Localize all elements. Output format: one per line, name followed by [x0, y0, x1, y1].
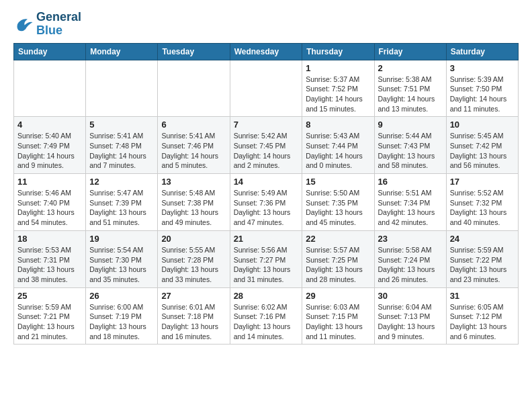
day-number: 23 [378, 234, 443, 244]
calendar-cell: 3Sunrise: 5:39 AM Sunset: 7:50 PM Daylig… [446, 60, 518, 117]
day-info: Sunrise: 5:45 AM Sunset: 7:42 PM Dayligh… [450, 131, 515, 171]
day-info: Sunrise: 5:54 AM Sunset: 7:30 PM Dayligh… [89, 245, 154, 285]
day-number: 14 [234, 177, 299, 187]
day-number: 10 [450, 120, 515, 130]
calendar-cell: 19Sunrise: 5:54 AM Sunset: 7:30 PM Dayli… [86, 230, 158, 287]
day-info: Sunrise: 5:38 AM Sunset: 7:51 PM Dayligh… [378, 75, 443, 114]
calendar-cell: 17Sunrise: 5:52 AM Sunset: 7:32 PM Dayli… [446, 174, 518, 231]
calendar-cell: 14Sunrise: 5:49 AM Sunset: 7:36 PM Dayli… [230, 174, 302, 231]
weekday-header-tuesday: Tuesday [158, 43, 230, 60]
day-info: Sunrise: 5:52 AM Sunset: 7:32 PM Dayligh… [450, 188, 515, 228]
calendar-cell [86, 60, 158, 117]
day-number: 2 [378, 63, 443, 73]
day-info: Sunrise: 6:05 AM Sunset: 7:12 PM Dayligh… [450, 302, 515, 342]
weekday-header-row: SundayMondayTuesdayWednesdayThursdayFrid… [14, 43, 519, 60]
day-info: Sunrise: 5:56 AM Sunset: 7:27 PM Dayligh… [234, 245, 299, 285]
logo: General Blue [13, 11, 81, 38]
calendar-cell: 30Sunrise: 6:04 AM Sunset: 7:13 PM Dayli… [374, 287, 446, 345]
day-info: Sunrise: 5:37 AM Sunset: 7:52 PM Dayligh… [306, 75, 370, 114]
day-number: 27 [161, 291, 226, 301]
calendar-cell: 26Sunrise: 6:00 AM Sunset: 7:19 PM Dayli… [86, 287, 158, 345]
day-info: Sunrise: 6:04 AM Sunset: 7:13 PM Dayligh… [378, 302, 443, 342]
day-info: Sunrise: 5:49 AM Sunset: 7:36 PM Dayligh… [234, 188, 299, 228]
day-info: Sunrise: 5:40 AM Sunset: 7:49 PM Dayligh… [17, 131, 82, 171]
calendar-cell: 6Sunrise: 5:41 AM Sunset: 7:46 PM Daylig… [158, 117, 230, 174]
calendar-cell: 12Sunrise: 5:47 AM Sunset: 7:39 PM Dayli… [86, 174, 158, 231]
calendar-cell: 4Sunrise: 5:40 AM Sunset: 7:49 PM Daylig… [14, 117, 86, 174]
day-number: 19 [89, 234, 154, 244]
calendar-cell: 16Sunrise: 5:51 AM Sunset: 7:34 PM Dayli… [374, 174, 446, 231]
calendar-week-2: 4Sunrise: 5:40 AM Sunset: 7:49 PM Daylig… [14, 117, 519, 174]
day-number: 26 [89, 291, 154, 301]
day-info: Sunrise: 5:44 AM Sunset: 7:43 PM Dayligh… [378, 131, 443, 171]
day-number: 17 [450, 177, 515, 187]
calendar-cell: 31Sunrise: 6:05 AM Sunset: 7:12 PM Dayli… [446, 287, 518, 345]
weekday-header-monday: Monday [86, 43, 158, 60]
day-number: 9 [378, 120, 443, 130]
day-number: 24 [450, 234, 515, 244]
day-info: Sunrise: 5:46 AM Sunset: 7:40 PM Dayligh… [17, 188, 82, 228]
day-info: Sunrise: 6:01 AM Sunset: 7:18 PM Dayligh… [161, 302, 226, 342]
day-info: Sunrise: 6:02 AM Sunset: 7:16 PM Dayligh… [234, 302, 299, 342]
calendar-cell: 29Sunrise: 6:03 AM Sunset: 7:15 PM Dayli… [302, 287, 374, 345]
calendar-week-5: 25Sunrise: 5:59 AM Sunset: 7:21 PM Dayli… [14, 287, 519, 345]
logo-icon [13, 14, 34, 34]
day-number: 16 [378, 177, 443, 187]
day-info: Sunrise: 6:00 AM Sunset: 7:19 PM Dayligh… [89, 302, 154, 342]
calendar-cell: 23Sunrise: 5:58 AM Sunset: 7:24 PM Dayli… [374, 230, 446, 287]
day-number: 7 [234, 120, 299, 130]
day-info: Sunrise: 5:53 AM Sunset: 7:31 PM Dayligh… [17, 245, 82, 285]
day-info: Sunrise: 5:42 AM Sunset: 7:45 PM Dayligh… [234, 131, 299, 171]
calendar-cell: 27Sunrise: 6:01 AM Sunset: 7:18 PM Dayli… [158, 287, 230, 345]
day-number: 6 [161, 120, 226, 130]
day-number: 4 [17, 120, 82, 130]
day-info: Sunrise: 5:43 AM Sunset: 7:44 PM Dayligh… [306, 131, 370, 171]
calendar-cell: 21Sunrise: 5:56 AM Sunset: 7:27 PM Dayli… [230, 230, 302, 287]
calendar-cell: 11Sunrise: 5:46 AM Sunset: 7:40 PM Dayli… [14, 174, 86, 231]
day-info: Sunrise: 5:59 AM Sunset: 7:22 PM Dayligh… [450, 245, 515, 285]
weekday-header-wednesday: Wednesday [230, 43, 302, 60]
day-number: 18 [17, 234, 82, 244]
calendar-cell [158, 60, 230, 117]
day-info: Sunrise: 6:03 AM Sunset: 7:15 PM Dayligh… [306, 302, 370, 342]
day-info: Sunrise: 5:58 AM Sunset: 7:24 PM Dayligh… [378, 245, 443, 285]
day-number: 3 [450, 63, 515, 73]
day-info: Sunrise: 5:55 AM Sunset: 7:28 PM Dayligh… [161, 245, 226, 285]
calendar-cell: 2Sunrise: 5:38 AM Sunset: 7:51 PM Daylig… [374, 60, 446, 117]
calendar-cell: 9Sunrise: 5:44 AM Sunset: 7:43 PM Daylig… [374, 117, 446, 174]
weekday-header-friday: Friday [374, 43, 446, 60]
weekday-header-sunday: Sunday [14, 43, 86, 60]
day-number: 21 [234, 234, 299, 244]
day-info: Sunrise: 5:47 AM Sunset: 7:39 PM Dayligh… [89, 188, 154, 228]
day-number: 31 [450, 291, 515, 301]
day-info: Sunrise: 5:51 AM Sunset: 7:34 PM Dayligh… [378, 188, 443, 228]
calendar-cell: 5Sunrise: 5:41 AM Sunset: 7:48 PM Daylig… [86, 117, 158, 174]
day-number: 30 [378, 291, 443, 301]
day-info: Sunrise: 5:59 AM Sunset: 7:21 PM Dayligh… [17, 302, 82, 342]
day-info: Sunrise: 5:39 AM Sunset: 7:50 PM Dayligh… [450, 75, 515, 114]
day-info: Sunrise: 5:57 AM Sunset: 7:25 PM Dayligh… [306, 245, 370, 285]
day-number: 12 [89, 177, 154, 187]
day-info: Sunrise: 5:50 AM Sunset: 7:35 PM Dayligh… [306, 188, 370, 228]
day-number: 22 [306, 234, 370, 244]
calendar-cell: 8Sunrise: 5:43 AM Sunset: 7:44 PM Daylig… [302, 117, 374, 174]
day-number: 11 [17, 177, 82, 187]
weekday-header-saturday: Saturday [446, 43, 518, 60]
calendar-cell: 10Sunrise: 5:45 AM Sunset: 7:42 PM Dayli… [446, 117, 518, 174]
calendar-cell: 7Sunrise: 5:42 AM Sunset: 7:45 PM Daylig… [230, 117, 302, 174]
day-number: 1 [306, 63, 370, 73]
day-number: 5 [89, 120, 154, 130]
calendar-cell: 15Sunrise: 5:50 AM Sunset: 7:35 PM Dayli… [302, 174, 374, 231]
day-number: 20 [161, 234, 226, 244]
logo-text: General Blue [36, 11, 81, 38]
day-info: Sunrise: 5:48 AM Sunset: 7:38 PM Dayligh… [161, 188, 226, 228]
day-number: 13 [161, 177, 226, 187]
calendar-cell: 20Sunrise: 5:55 AM Sunset: 7:28 PM Dayli… [158, 230, 230, 287]
calendar-cell: 24Sunrise: 5:59 AM Sunset: 7:22 PM Dayli… [446, 230, 518, 287]
day-number: 15 [306, 177, 370, 187]
day-info: Sunrise: 5:41 AM Sunset: 7:48 PM Dayligh… [89, 131, 154, 171]
day-number: 8 [306, 120, 370, 130]
calendar-cell: 18Sunrise: 5:53 AM Sunset: 7:31 PM Dayli… [14, 230, 86, 287]
page-header: General Blue [13, 11, 519, 38]
calendar-cell [230, 60, 302, 117]
